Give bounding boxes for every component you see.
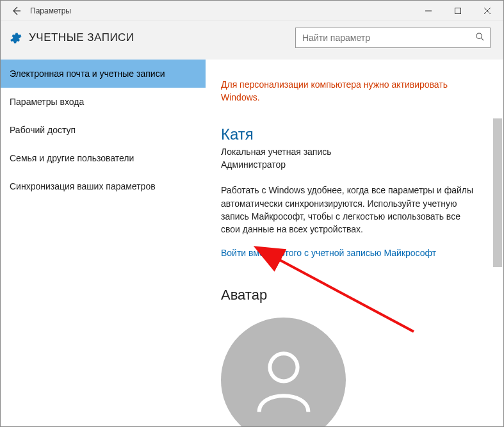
maximize-button[interactable] xyxy=(443,1,473,21)
body: Электронная почта и учетные записи Парам… xyxy=(1,60,503,426)
minimize-button[interactable] xyxy=(414,1,443,21)
sidebar-item-email-accounts[interactable]: Электронная почта и учетные записи xyxy=(1,60,206,88)
sidebar-item-signin-options[interactable]: Параметры входа xyxy=(1,88,206,116)
back-button[interactable] xyxy=(6,1,26,21)
sidebar-item-label: Параметры входа xyxy=(10,97,84,107)
content-pane: Для персонализации компьютера нужно акти… xyxy=(206,60,503,426)
sidebar-item-label: Электронная почта и учетные записи xyxy=(10,68,165,79)
sidebar-item-label: Семья и другие пользователи xyxy=(10,153,134,163)
user-name: Катя xyxy=(221,125,484,143)
svg-point-6 xyxy=(270,353,297,381)
gear-icon xyxy=(8,31,22,45)
search-box[interactable] xyxy=(295,28,491,48)
search-icon xyxy=(475,32,485,44)
search-input[interactable] xyxy=(302,33,475,43)
svg-point-4 xyxy=(476,33,482,38)
account-type: Локальная учетная запись xyxy=(221,146,484,159)
header: УЧЕТНЫЕ ЗАПИСИ xyxy=(1,21,503,60)
sidebar-item-label: Рабочий доступ xyxy=(10,125,76,135)
ms-signin-link[interactable]: Войти вместо этого с учетной записью Май… xyxy=(221,248,436,258)
titlebar: Параметры xyxy=(1,1,503,21)
activation-warning: Для персонализации компьютера нужно акти… xyxy=(221,79,477,104)
sidebar-item-work-access[interactable]: Рабочий доступ xyxy=(1,116,206,144)
svg-rect-1 xyxy=(455,8,461,13)
sidebar-item-label: Синхронизация ваших параметров xyxy=(10,181,156,191)
page-title: УЧЕТНЫЕ ЗАПИСИ xyxy=(29,31,134,44)
avatar-placeholder xyxy=(221,318,346,426)
sidebar: Электронная почта и учетные записи Парам… xyxy=(1,60,206,426)
close-button[interactable] xyxy=(473,1,502,21)
person-icon xyxy=(245,341,322,418)
sync-description: Работать с Windows удобнее, когда все па… xyxy=(221,184,477,236)
sidebar-item-sync-settings[interactable]: Синхронизация ваших параметров xyxy=(1,172,206,200)
window-title: Параметры xyxy=(30,6,71,15)
avatar-heading: Аватар xyxy=(221,287,484,303)
sidebar-item-family-users[interactable]: Семья и другие пользователи xyxy=(1,144,206,172)
settings-window: Параметры УЧЕТНЫЕ ЗАПИСИ Электронная поч… xyxy=(0,0,504,427)
account-role: Администратор xyxy=(221,159,484,172)
scrollbar-thumb[interactable] xyxy=(493,118,502,267)
svg-line-5 xyxy=(481,38,484,40)
